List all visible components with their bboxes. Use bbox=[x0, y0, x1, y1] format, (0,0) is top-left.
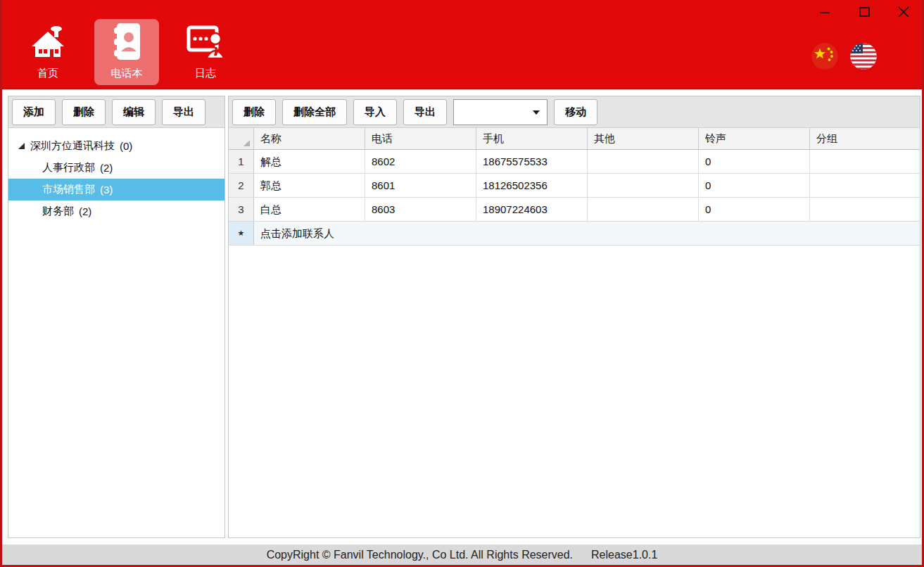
tree-expander-icon[interactable] bbox=[18, 142, 25, 150]
tree-node-sales-dept[interactable]: 市场销售部 (3) bbox=[8, 179, 224, 200]
minimize-button[interactable] bbox=[814, 4, 835, 20]
cell-name[interactable]: 郭总 bbox=[254, 174, 365, 197]
release-version: Release1.0.1 bbox=[591, 549, 657, 561]
cell-phone[interactable]: 8603 bbox=[365, 198, 476, 221]
tab-home-label: 首页 bbox=[37, 67, 58, 80]
select-all-corner[interactable] bbox=[229, 128, 254, 149]
cell-name[interactable]: 解总 bbox=[254, 150, 365, 173]
tree-node-count: (0) bbox=[120, 140, 132, 152]
cell-mobile[interactable]: 18126502356 bbox=[476, 174, 588, 197]
group-delete-button[interactable]: 删除 bbox=[62, 99, 106, 125]
contact-export-button[interactable]: 导出 bbox=[403, 99, 447, 125]
column-header-group[interactable]: 分组 bbox=[810, 128, 920, 149]
table-row[interactable]: 3 白总 8603 18907224603 0 bbox=[229, 198, 920, 222]
tree-node-count: (2) bbox=[79, 205, 91, 217]
tree-node-label: 市场销售部 bbox=[42, 183, 95, 196]
tree-node-count: (2) bbox=[100, 162, 113, 174]
tree-node-root[interactable]: 深圳方位通讯科技 (0) bbox=[8, 135, 224, 157]
contact-delete-all-button[interactable]: 删除全部 bbox=[282, 99, 347, 125]
contact-delete-button[interactable]: 删除 bbox=[232, 99, 276, 125]
group-panel: 添加 删除 编辑 导出 深圳方位通讯科技 (0) 人事行政部 (2) 市场销售部… bbox=[8, 96, 225, 538]
corner-triangle-icon bbox=[243, 139, 251, 147]
cell-name[interactable]: 白总 bbox=[254, 198, 365, 221]
status-bar: CopyRight © Fanvil Technology., Co Ltd. … bbox=[2, 544, 922, 565]
chevron-down-icon bbox=[533, 110, 540, 115]
tab-home[interactable]: 首页 bbox=[15, 19, 80, 85]
group-edit-button[interactable]: 编辑 bbox=[112, 99, 156, 125]
close-button[interactable] bbox=[893, 4, 914, 20]
tree-node-label: 财务部 bbox=[42, 205, 74, 218]
maximize-button[interactable] bbox=[854, 4, 875, 20]
tree-node-hr-dept[interactable]: 人事行政部 (2) bbox=[8, 157, 224, 179]
row-header[interactable]: 1 bbox=[229, 150, 254, 173]
cell-group[interactable] bbox=[810, 198, 920, 221]
tree-node-label: 深圳方位通讯科技 bbox=[30, 139, 115, 153]
contacts-toolbar: 删除 删除全部 导入 导出 移动 bbox=[229, 96, 920, 128]
minimize-icon bbox=[814, 4, 835, 20]
cell-mobile[interactable]: 18907224603 bbox=[476, 198, 588, 221]
tab-log-label: 日志 bbox=[195, 67, 216, 80]
column-header-mobile[interactable]: 手机 bbox=[476, 128, 588, 149]
usa-flag-icon[interactable] bbox=[850, 43, 877, 70]
tab-phonebook[interactable]: 电话本 bbox=[94, 19, 159, 85]
table-header-row: 名称 电话 手机 其他 铃声 分组 bbox=[229, 128, 920, 150]
group-export-button[interactable]: 导出 bbox=[162, 99, 205, 125]
column-header-phone[interactable]: 电话 bbox=[365, 128, 476, 149]
tab-phonebook-label: 电话本 bbox=[111, 67, 143, 80]
add-contact-hint[interactable]: 点击添加联系人 bbox=[254, 222, 920, 245]
contacts-table: 名称 电话 手机 其他 铃声 分组 1 解总 8602 18675575533 … bbox=[229, 128, 920, 246]
column-header-ring[interactable]: 铃声 bbox=[699, 128, 810, 149]
group-tree: 深圳方位通讯科技 (0) 人事行政部 (2) 市场销售部 (3) 财务部 (2) bbox=[8, 128, 224, 222]
cell-mobile[interactable]: 18675575533 bbox=[476, 150, 588, 173]
group-add-button[interactable]: 添加 bbox=[12, 99, 56, 125]
cell-other[interactable] bbox=[588, 150, 699, 173]
log-icon bbox=[186, 22, 225, 61]
app-window: 首页 电话本 bbox=[0, 0, 924, 567]
tree-node-count: (3) bbox=[100, 184, 113, 196]
cell-group[interactable] bbox=[810, 174, 920, 197]
contacts-panel: 删除 删除全部 导入 导出 移动 名称 电话 手机 其他 铃声 分组 bbox=[228, 96, 920, 538]
table-row[interactable]: 2 郭总 8601 18126502356 0 bbox=[229, 174, 920, 198]
cell-phone[interactable]: 8601 bbox=[365, 174, 476, 197]
new-row-marker-icon: ★ bbox=[229, 222, 254, 245]
close-icon bbox=[893, 4, 914, 20]
home-icon bbox=[29, 22, 67, 61]
table-row[interactable]: 1 解总 8602 18675575533 0 bbox=[229, 150, 920, 174]
copyright-text: CopyRight © Fanvil Technology., Co Ltd. … bbox=[267, 549, 573, 561]
add-contact-row[interactable]: ★ 点击添加联系人 bbox=[229, 222, 920, 246]
group-toolbar: 添加 删除 编辑 导出 bbox=[8, 96, 224, 128]
cell-ring[interactable]: 0 bbox=[699, 150, 810, 173]
column-header-other[interactable]: 其他 bbox=[588, 128, 699, 149]
cell-other[interactable] bbox=[588, 174, 699, 197]
row-header[interactable]: 3 bbox=[229, 198, 254, 221]
tab-log[interactable]: 日志 bbox=[173, 19, 238, 85]
contact-import-button[interactable]: 导入 bbox=[353, 99, 397, 125]
china-flag-icon[interactable] bbox=[811, 43, 838, 70]
cell-other[interactable] bbox=[588, 198, 699, 221]
row-header[interactable]: 2 bbox=[229, 174, 254, 197]
maximize-icon bbox=[854, 4, 875, 20]
cell-ring[interactable]: 0 bbox=[699, 174, 810, 197]
app-header: 首页 电话本 bbox=[2, 0, 922, 89]
cell-group[interactable] bbox=[810, 150, 920, 173]
tree-node-label: 人事行政部 bbox=[42, 161, 95, 174]
move-target-select[interactable] bbox=[453, 99, 548, 125]
tree-node-finance-dept[interactable]: 财务部 (2) bbox=[8, 200, 224, 222]
column-header-name[interactable]: 名称 bbox=[254, 128, 365, 149]
phonebook-icon bbox=[108, 22, 146, 61]
cell-ring[interactable]: 0 bbox=[699, 198, 810, 221]
cell-phone[interactable]: 8602 bbox=[365, 150, 476, 173]
contact-move-button[interactable]: 移动 bbox=[554, 99, 597, 125]
